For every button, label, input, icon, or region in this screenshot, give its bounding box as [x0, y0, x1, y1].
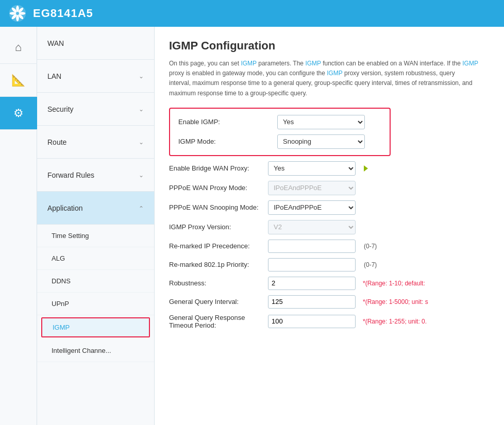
- sidebar-sub-time-setting[interactable]: Time Setting: [37, 225, 154, 247]
- remarked-8021p-priority-input[interactable]: [268, 258, 356, 271]
- sidebar-item-lan[interactable]: LAN ⌄: [37, 60, 154, 93]
- general-query-interval-input[interactable]: [268, 295, 356, 309]
- igmp-mode-select[interactable]: Snooping Proxy: [277, 134, 365, 149]
- cursor-indicator-icon: [364, 165, 368, 172]
- sidebar-sub-igmp[interactable]: IGMP: [41, 317, 150, 337]
- other-config-rows: Enable Bridge WAN Proxy: Yes No PPPoE WA…: [169, 161, 490, 329]
- pppoe-wan-snooping-mode-label: PPPoE WAN Snooping Mode:: [169, 203, 262, 211]
- sidebar-sub-alg[interactable]: ALG: [37, 247, 154, 270]
- general-query-response-timeout-input[interactable]: [268, 315, 356, 328]
- page-title: IGMP Configuration: [169, 39, 490, 53]
- sidebar-sub-ddns[interactable]: DDNS: [37, 270, 154, 293]
- igmp-proxy-version-row: IGMP Proxy Version: V2 V3: [169, 220, 490, 234]
- enable-igmp-label: Enable IGMP:: [178, 118, 271, 126]
- sidebar-item-application-label: Application: [47, 204, 83, 212]
- page-description: On this page, you can set IGMP parameter…: [169, 59, 478, 98]
- chevron-down-icon: ⌄: [139, 73, 144, 80]
- sidebar-nav: WAN LAN ⌄ Security ⌄ Route ⌄ Forward Rul…: [37, 27, 155, 425]
- robustness-hint: *(Range: 1-10; default:: [363, 280, 425, 287]
- general-query-response-timeout-row: General Query Response Timeout Period: *…: [169, 314, 490, 329]
- general-query-interval-hint: *(Range: 1-5000; unit: s: [363, 298, 428, 305]
- igmp-mode-label: IGMP Mode:: [178, 138, 271, 145]
- sidebar-item-forward-rules[interactable]: Forward Rules ⌄: [37, 159, 154, 192]
- remarked-ip-precedence-row: Re-marked IP Precedence: (0-7): [169, 240, 490, 253]
- remarked-ip-precedence-input[interactable]: [268, 240, 356, 253]
- igmp-config-box: Enable IGMP: Yes No IGMP Mode: Snooping …: [169, 108, 391, 156]
- sidebar-item-security-label: Security: [47, 105, 74, 113]
- huawei-logo-icon: [8, 4, 27, 23]
- remarked-ip-precedence-label: Re-marked IP Precedence:: [169, 242, 262, 250]
- sidebar-item-route-label: Route: [47, 138, 66, 146]
- pppoe-wan-snooping-mode-select[interactable]: IPoEAndPPPoE: [268, 200, 356, 215]
- header: EG8141A5: [0, 0, 504, 27]
- general-query-response-timeout-hint: *(Range: 1-255; unit: 0.: [363, 318, 427, 325]
- enable-igmp-select[interactable]: Yes No: [277, 115, 365, 129]
- sidebar-item-wan[interactable]: WAN: [37, 27, 154, 60]
- robustness-row: Robustness: *(Range: 1-10; default:: [169, 277, 490, 290]
- igmp-proxy-version-label: IGMP Proxy Version:: [169, 223, 262, 231]
- sidebar-item-wan-label: WAN: [47, 39, 64, 47]
- remarked-8021p-priority-row: Re-marked 802.1p Priority: (0-7): [169, 258, 490, 271]
- pppoe-wan-proxy-mode-select[interactable]: IPoEAndPPPoE: [268, 181, 356, 195]
- sidebar-item-forward-rules-label: Forward Rules: [47, 171, 94, 179]
- pppoe-wan-snooping-mode-row: PPPoE WAN Snooping Mode: IPoEAndPPPoE: [169, 200, 490, 215]
- enable-bridge-wan-proxy-label: Enable Bridge WAN Proxy:: [169, 164, 262, 172]
- remarked-ip-hint: (0-7): [364, 243, 377, 250]
- chevron-down-icon: ⌄: [139, 172, 144, 179]
- chevron-down-icon: ⌄: [139, 139, 144, 146]
- briefcase-nav-icon[interactable]: 📐: [0, 64, 37, 97]
- sidebar-item-security[interactable]: Security ⌄: [37, 93, 154, 126]
- sidebar-item-route[interactable]: Route ⌄: [37, 126, 154, 159]
- sidebar-item-application[interactable]: Application ⌄: [37, 192, 154, 225]
- igmp-mode-row: IGMP Mode: Snooping Proxy: [178, 134, 381, 149]
- chevron-up-icon: ⌄: [139, 205, 144, 212]
- sidebar-sub-intelligent-channel[interactable]: Intelligent Channe...: [37, 339, 154, 362]
- home-nav-icon[interactable]: ⌂: [0, 31, 37, 64]
- general-query-response-timeout-label: General Query Response Timeout Period:: [169, 314, 262, 329]
- chevron-down-icon: ⌄: [139, 106, 144, 113]
- robustness-label: Robustness:: [169, 279, 262, 287]
- enable-igmp-row: Enable IGMP: Yes No: [178, 115, 381, 129]
- remarked-8021p-hint: (0-7): [364, 261, 377, 268]
- sidebar-item-lan-label: LAN: [47, 72, 61, 80]
- enable-bridge-wan-proxy-select[interactable]: Yes No: [268, 161, 356, 176]
- main-content: IGMP Configuration On this page, you can…: [155, 27, 504, 425]
- general-query-interval-row: General Query Interval: *(Range: 1-5000;…: [169, 295, 490, 309]
- enable-bridge-wan-proxy-row: Enable Bridge WAN Proxy: Yes No: [169, 161, 490, 176]
- igmp-proxy-version-select[interactable]: V2 V3: [268, 220, 356, 234]
- general-query-interval-label: General Query Interval:: [169, 298, 262, 305]
- app-title: EG8141A5: [33, 7, 93, 20]
- sidebar-sub-upnp[interactable]: UPnP: [37, 293, 154, 315]
- remarked-8021p-priority-label: Re-marked 802.1p Priority:: [169, 261, 262, 268]
- robustness-input[interactable]: [268, 277, 356, 290]
- sidebar-icons: ⌂ 📐 ⚙: [0, 27, 37, 425]
- settings-nav-icon[interactable]: ⚙: [0, 97, 37, 130]
- pppoe-wan-proxy-mode-row: PPPoE WAN Proxy Mode: IPoEAndPPPoE: [169, 181, 490, 195]
- pppoe-wan-proxy-mode-label: PPPoE WAN Proxy Mode:: [169, 184, 262, 192]
